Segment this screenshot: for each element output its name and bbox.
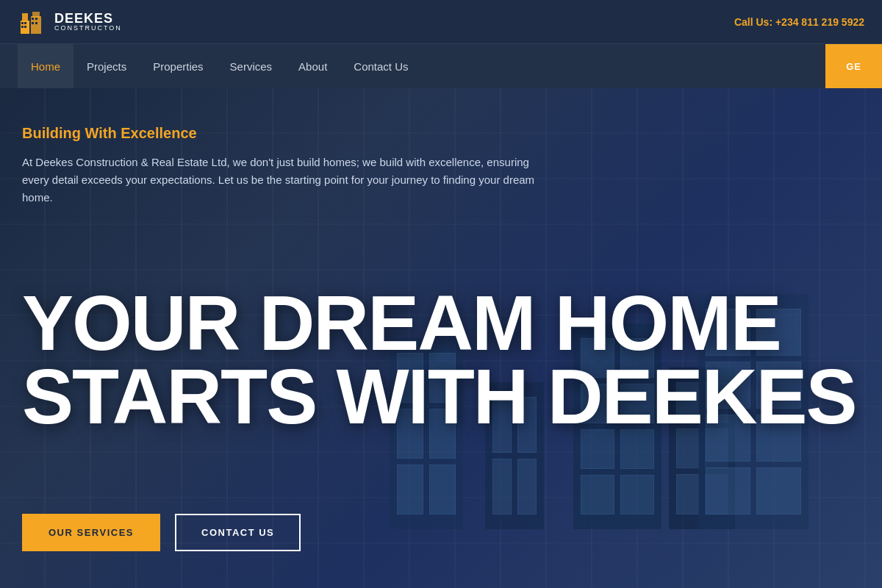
- nav-item-properties[interactable]: Properties: [140, 44, 216, 88]
- svg-rect-5: [24, 22, 26, 24]
- svg-rect-9: [35, 18, 37, 20]
- logo-text-block: DEEKES CONSTRUCTON: [54, 12, 122, 32]
- logo-icon: [18, 7, 47, 37]
- nav-item-contact[interactable]: Contact Us: [340, 44, 421, 88]
- hero-headline-text: YOUR DREAM HOME STARTS WITH DEEKES: [22, 287, 860, 434]
- svg-rect-8: [32, 18, 34, 20]
- contact-us-button[interactable]: CONTACT US: [175, 514, 301, 551]
- our-services-button[interactable]: OUR SERVICES: [22, 514, 160, 551]
- svg-rect-10: [32, 22, 34, 24]
- top-bar: DEEKES CONSTRUCTON Call Us: +234 811 219…: [0, 0, 882, 44]
- hero-content: Building With Excellence At Deekes Const…: [0, 88, 882, 588]
- hero-headline: YOUR DREAM HOME STARTS WITH DEEKES: [22, 287, 860, 434]
- hero-subtitle: Building With Excellence: [22, 125, 684, 142]
- nav-item-home[interactable]: Home: [18, 44, 74, 88]
- svg-rect-4: [21, 22, 24, 24]
- svg-rect-6: [21, 26, 24, 28]
- hero-section: Building With Excellence At Deekes Const…: [0, 88, 882, 588]
- svg-rect-1: [22, 13, 28, 22]
- logo-area: DEEKES CONSTRUCTON: [18, 7, 122, 37]
- nav-item-about[interactable]: About: [285, 44, 340, 88]
- hero-buttons: OUR SERVICES CONTACT US: [22, 514, 860, 559]
- svg-rect-7: [24, 26, 26, 28]
- hero-top-text: Building With Excellence At Deekes Const…: [22, 125, 684, 207]
- get-quote-button[interactable]: GE: [825, 44, 882, 88]
- hero-line2: STARTS WITH DEEKES: [22, 354, 856, 440]
- nav-item-projects[interactable]: Projects: [74, 44, 140, 88]
- nav-links: Home Projects Properties Services About …: [18, 44, 422, 88]
- hero-description: At Deekes Construction & Real Estate Ltd…: [22, 154, 537, 207]
- nav-bar: Home Projects Properties Services About …: [0, 44, 882, 88]
- logo-name: DEEKES: [54, 12, 122, 25]
- logo-sub: CONSTRUCTON: [54, 25, 122, 32]
- svg-rect-11: [35, 22, 37, 24]
- svg-rect-3: [32, 12, 40, 18]
- nav-item-services[interactable]: Services: [217, 44, 286, 88]
- phone-number: Call Us: +234 811 219 5922: [734, 16, 864, 28]
